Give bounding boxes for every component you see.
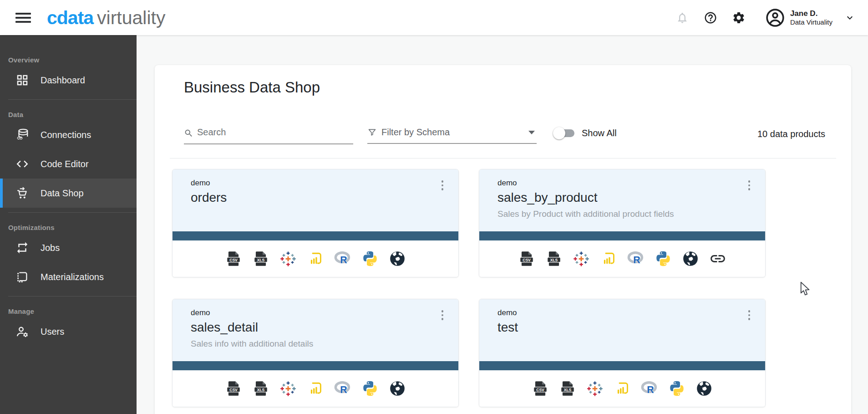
card-format-icons: CSVXLSR [479,370,765,407]
sidebar-item-dashboard[interactable]: Dashboard [0,66,137,95]
tableau-icon[interactable] [586,380,604,397]
user-name: Jane D. [790,9,832,18]
show-all-toggle[interactable]: Show All [554,128,617,138]
sidebar-divider [8,296,137,296]
card-header: demo sales_by_product Sales by Product w… [479,169,765,231]
sidebar-section-label: Data [8,111,137,118]
sidebar-item-label: Users [41,327,64,337]
svg-text:XLS: XLS [257,388,265,392]
card-accent-bar [173,361,458,370]
powerbi-icon[interactable] [600,250,617,267]
card-format-icons: CSVXLSR [173,370,458,407]
data-product-count: 10 data products [757,129,825,139]
data-product-card-orders[interactable]: demo orders CSVXLSR [172,169,459,277]
powerbi-icon[interactable] [307,380,324,397]
logo-secondary: virtuality [97,7,165,28]
materialization-icon [15,270,29,284]
card-schema: demo [497,179,738,188]
sidebar-divider [8,212,137,213]
search-input[interactable] [197,127,343,138]
main-area: Business Data Shop Filter by Schema Show… [137,35,868,414]
svg-text:XLS: XLS [564,388,572,392]
card-format-icons: CSVXLSR [173,240,458,277]
csv-icon[interactable]: CSV [225,380,242,397]
link-icon[interactable] [709,250,726,267]
card-schema: demo [191,308,431,317]
r-icon[interactable]: R [627,250,645,267]
card-header: demo sales_detail Sales info with additi… [173,299,458,361]
svg-text:CSV: CSV [536,388,544,392]
card-menu-button[interactable] [743,307,755,323]
python-icon[interactable] [668,380,685,397]
csv-icon[interactable]: CSV [532,380,549,397]
sidebar-item-label: Jobs [41,243,60,253]
svg-text:CSV: CSV [229,258,238,262]
menu-icon[interactable] [15,13,31,23]
filter-label: Filter by Schema [381,127,524,138]
card-menu-button[interactable] [437,178,448,193]
tableau-icon[interactable] [279,380,297,397]
web-icon[interactable] [682,250,699,267]
repeat-icon [15,241,29,255]
notifications-bell-icon[interactable] [675,10,690,26]
sidebar-item-jobs[interactable]: Jobs [0,233,137,262]
xls-icon[interactable]: XLS [559,380,576,397]
sidebar-section-label: Manage [8,307,137,315]
sidebar-item-code-editor[interactable]: Code Editor [0,149,137,179]
python-icon[interactable] [361,380,379,397]
sidebar-item-label: Code Editor [41,159,89,169]
search-field[interactable] [184,127,353,144]
python-icon[interactable] [361,250,379,267]
sidebar-item-materializations[interactable]: Materializations [0,262,137,291]
tableau-icon[interactable] [279,250,297,267]
settings-gear-icon[interactable] [731,10,746,26]
card-menu-button[interactable] [743,178,755,193]
filter-icon [367,128,377,137]
sidebar-section-label: Optimizations [8,224,137,231]
web-icon[interactable] [389,250,406,267]
sidebar-item-label: Dashboard [41,75,85,86]
sidebar-item-users[interactable]: Users [0,317,137,346]
r-icon[interactable]: R [641,380,658,397]
tableau-icon[interactable] [573,250,590,267]
card-menu-button[interactable] [437,307,448,323]
help-icon[interactable] [703,10,718,26]
toggle-track[interactable] [554,129,574,137]
xls-icon[interactable]: XLS [252,250,269,267]
user-menu[interactable]: Jane D. Data Virtuality [765,7,855,28]
csv-icon[interactable]: CSV [225,250,242,267]
xls-icon[interactable]: XLS [545,250,563,267]
data-product-card-test[interactable]: demo test CSVXLSR [479,299,766,407]
data-product-card-sales_detail[interactable]: demo sales_detail Sales info with additi… [172,299,459,407]
sidebar-section-label: Overview [8,56,137,64]
svg-text:R: R [340,255,347,266]
toolbar: Filter by Schema Show All 10 data produc… [155,127,851,150]
sidebar-section: Manage Users [0,307,137,346]
page-title: Business Data Shop [184,79,320,96]
powerbi-icon[interactable] [307,250,324,267]
web-icon[interactable] [389,380,406,397]
content-panel: Business Data Shop Filter by Schema Show… [155,65,851,414]
svg-text:XLS: XLS [257,258,265,262]
sidebar-section: Optimizations Jobs Materializations [0,224,137,291]
data-product-card-sales_by_product[interactable]: demo sales_by_product Sales by Product w… [479,169,766,277]
toggle-knob[interactable] [553,127,565,139]
svg-text:R: R [633,255,640,266]
csv-icon[interactable]: CSV [518,250,535,267]
r-icon[interactable]: R [334,250,351,267]
card-schema: demo [497,308,738,317]
chevron-down-icon[interactable] [844,12,855,23]
sidebar-divider [8,99,137,100]
cart-icon [15,186,29,200]
web-icon[interactable] [695,380,713,397]
python-icon[interactable] [655,250,672,267]
app-header: cdatavirtuality Jane D. Data Virtuality [0,0,868,35]
xls-icon[interactable]: XLS [252,380,269,397]
card-header: demo test [479,299,765,361]
schema-filter-dropdown[interactable]: Filter by Schema [367,127,537,144]
sidebar-item-data-shop[interactable]: Data Shop [0,179,137,208]
r-icon[interactable]: R [334,380,351,397]
powerbi-icon[interactable] [614,380,631,397]
dashboard-icon [15,73,29,87]
sidebar-item-connections[interactable]: Connections [0,120,137,149]
